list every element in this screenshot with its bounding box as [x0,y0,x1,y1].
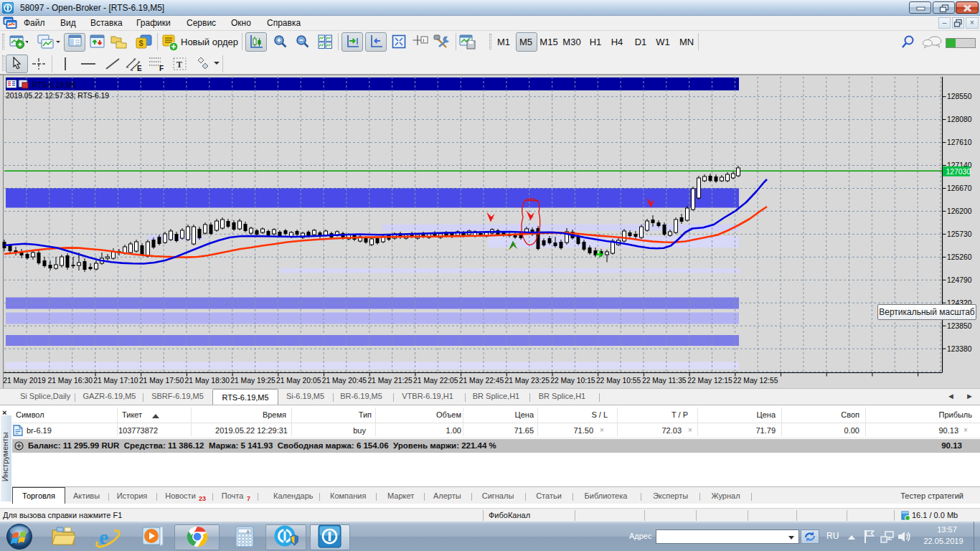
svg-text:123850: 123850 [947,322,972,330]
svg-text:21 May 17:10: 21 May 17:10 [93,377,138,385]
svg-text:21 May 20:05: 21 May 20:05 [276,377,321,385]
svg-text:21 May 17:50: 21 May 17:50 [139,377,184,385]
svg-text:123380: 123380 [947,345,972,353]
svg-text:$: $ [139,39,143,47]
svg-text:21 May 22:05: 21 May 22:05 [413,377,458,385]
svg-text:21 May 2019: 21 May 2019 [3,377,46,385]
svg-text:RTS-6.19,M5: RTS-6.19,M5 [32,81,76,89]
svg-text:125730: 125730 [947,230,972,238]
svg-text:22 May 11:35: 22 May 11:35 [642,377,687,385]
svg-text:127030: 127030 [946,168,971,176]
svg-text:T: T [176,60,182,70]
svg-text:22 May 12:55: 22 May 12:55 [733,377,778,385]
svg-text:126670: 126670 [947,184,972,192]
svg-text:F: F [159,65,164,72]
svg-text:21 May 22:45: 21 May 22:45 [459,377,504,385]
svg-text:128550: 128550 [947,93,972,100]
svg-text:22 May 12:15: 22 May 12:15 [687,377,732,385]
svg-text:21 May 21:25: 21 May 21:25 [367,377,413,385]
svg-text:E: E [137,65,142,72]
svg-text:21 May 16:30: 21 May 16:30 [47,377,93,385]
svg-text:21 May 19:25: 21 May 19:25 [230,377,275,385]
svg-text:i: i [423,37,425,44]
svg-text:22 May 10:55: 22 May 10:55 [596,377,641,385]
svg-text:2019.05.22 12:57:33; RTS-6.19: 2019.05.22 12:57:33; RTS-6.19 [6,92,109,100]
svg-text:128080: 128080 [947,116,972,123]
svg-text:22 May 10:15: 22 May 10:15 [550,377,595,385]
svg-text:21 May 18:30: 21 May 18:30 [185,377,230,385]
svg-text:127610: 127610 [947,138,972,146]
svg-text:126200: 126200 [947,207,972,215]
svg-text:21 May 23:25: 21 May 23:25 [504,377,550,385]
svg-text:124790: 124790 [947,276,972,284]
svg-text:21 May 20:45: 21 May 20:45 [322,377,367,385]
svg-text:125260: 125260 [947,253,972,261]
